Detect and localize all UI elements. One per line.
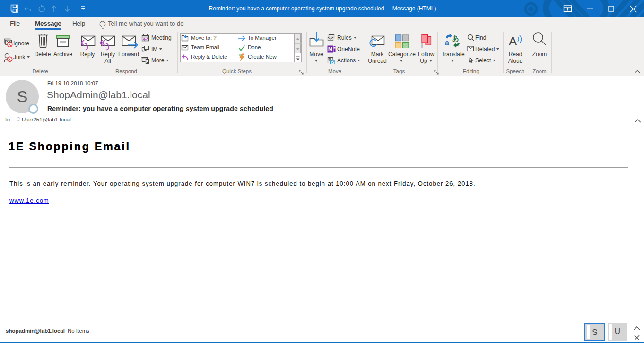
svg-text:a: a bbox=[445, 39, 449, 47]
svg-text:A: A bbox=[509, 34, 517, 48]
svg-text:あ: あ bbox=[452, 34, 459, 43]
svg-text:N: N bbox=[328, 46, 332, 53]
